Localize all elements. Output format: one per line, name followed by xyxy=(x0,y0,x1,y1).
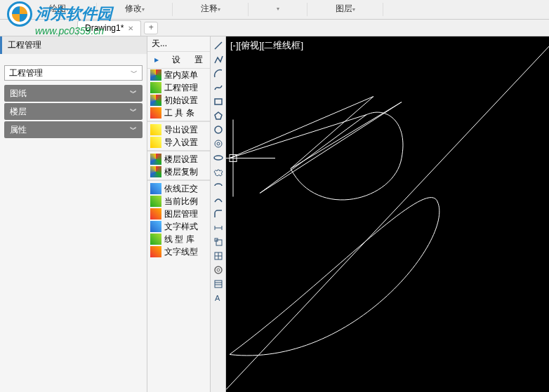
palette-item[interactable]: 楼层复制 xyxy=(147,165,210,178)
palette-item-label: 导入设置 xyxy=(164,137,198,149)
palette-item[interactable]: 图层管理 xyxy=(147,208,210,220)
palette-item-icon xyxy=(150,234,161,245)
tool-dim-icon[interactable] xyxy=(212,222,225,234)
palette-item[interactable]: 线 型 库 xyxy=(147,233,210,245)
palette-item-icon xyxy=(150,154,161,165)
tool-earc-icon[interactable] xyxy=(212,180,225,192)
tool-rect-icon[interactable] xyxy=(212,95,225,108)
svg-text:A: A xyxy=(215,294,220,302)
palette-item-icon xyxy=(150,69,161,81)
tool-cam-icon[interactable] xyxy=(212,264,225,276)
tool-table-icon[interactable] xyxy=(212,278,225,290)
svg-point-5 xyxy=(217,142,220,145)
tool-scale-icon[interactable] xyxy=(212,236,225,248)
document-tab-label: Drawing1* xyxy=(85,23,124,33)
palette-item[interactable]: 当前比例 xyxy=(147,195,210,208)
svg-rect-17 xyxy=(215,281,222,288)
palette-item-icon xyxy=(150,107,161,119)
palette-btn-align[interactable]: 置 xyxy=(194,54,203,66)
palette-item-label: 楼层设置 xyxy=(164,154,198,165)
tool-donut-icon[interactable] xyxy=(212,137,225,150)
svg-rect-11 xyxy=(216,240,222,245)
palette-item[interactable]: 文字线型 xyxy=(147,245,210,258)
tool-pline-icon[interactable] xyxy=(212,53,225,66)
svg-line-21 xyxy=(226,39,549,390)
palette-item-icon xyxy=(150,166,161,177)
tool-circle-icon[interactable] xyxy=(212,123,225,136)
close-icon[interactable]: ✕ xyxy=(128,25,133,32)
palette-item-label: 工 具 条 xyxy=(164,107,194,119)
palette-item-label: 文字样式 xyxy=(164,221,198,233)
drawing-canvas[interactable]: [-][俯视][二维线框] xyxy=(226,36,549,392)
ribbon-tab-blank[interactable]: ▾ xyxy=(249,0,307,19)
tool-arc-icon[interactable] xyxy=(212,67,225,80)
ribbon-tab-draw[interactable]: 绘图▾ xyxy=(0,0,97,19)
tool-fillet-icon[interactable] xyxy=(212,208,225,220)
collapse-floors[interactable]: 楼层 ︾ xyxy=(4,103,143,120)
tool-cloud-icon[interactable] xyxy=(212,165,225,178)
palette-item-icon xyxy=(150,137,161,148)
project-panel: 工程管理 工程管理 ﹀ 图纸 ︾ 楼层 ︾ 属性 ︾ xyxy=(0,36,147,392)
tool-grid-icon[interactable] xyxy=(212,250,225,262)
palette-item-label: 文字线型 xyxy=(164,246,198,258)
palette-item-label: 初始设置 xyxy=(164,95,198,107)
ribbon-bar: 绘图▾ 修改▾ 注释▾ ▾ 图层▾ xyxy=(0,0,549,20)
palette-item-label: 线 型 库 xyxy=(164,234,194,245)
svg-line-0 xyxy=(215,42,222,49)
tool-ellipse-icon[interactable] xyxy=(212,151,225,164)
tool-spline-icon[interactable] xyxy=(212,81,225,94)
tool-poly-icon[interactable] xyxy=(212,109,225,122)
collapse-props[interactable]: 属性 ︾ xyxy=(4,121,143,138)
palette-item[interactable]: 室内菜单 xyxy=(147,69,210,81)
tool-text-icon[interactable]: A xyxy=(212,292,225,304)
palette-item[interactable]: 工 具 条 xyxy=(147,107,210,119)
palette-item[interactable]: 导入设置 xyxy=(147,136,210,149)
ribbon-tab-modify[interactable]: 修改▾ xyxy=(97,0,173,19)
palette-item-label: 室内菜单 xyxy=(164,69,198,81)
svg-point-15 xyxy=(215,266,222,273)
palette-item-label: 当前比例 xyxy=(164,196,198,208)
palette-item-label: 工程管理 xyxy=(164,82,198,94)
chevron-icon: ︾ xyxy=(130,107,137,116)
palette-item-icon xyxy=(150,82,161,93)
triangle-icon[interactable]: ▶ xyxy=(154,57,159,63)
palette-item-icon xyxy=(150,208,161,219)
tool-line-icon[interactable] xyxy=(212,39,225,52)
palette-item-icon xyxy=(150,221,161,232)
palette-item[interactable]: 工程管理 xyxy=(147,81,210,94)
chevron-down-icon: ﹀ xyxy=(131,68,138,78)
palette-item[interactable]: 依线正交 xyxy=(147,182,210,195)
document-tab-strip: Drawing1* ✕ + xyxy=(0,20,549,36)
draw-tool-strip: A xyxy=(211,36,226,392)
tool-sweep-icon[interactable] xyxy=(212,194,225,206)
palette-item[interactable]: 初始设置 xyxy=(147,94,210,107)
crosshair-cursor xyxy=(226,120,275,197)
palette-item[interactable]: 文字样式 xyxy=(147,220,210,233)
chevron-icon: ︾ xyxy=(130,88,137,98)
document-tab[interactable]: Drawing1* ✕ xyxy=(77,20,141,36)
collapse-drawings[interactable]: 图纸 ︾ xyxy=(4,85,143,102)
svg-point-3 xyxy=(215,126,222,133)
view-label: [-][俯视][二维线框] xyxy=(230,39,303,52)
palette-item-icon xyxy=(150,196,161,207)
canvas-svg xyxy=(226,36,549,392)
command-palette: 天... ▶ 设 置 室内菜单工程管理初始设置工 具 条导出设置导入设置楼层设置… xyxy=(147,36,211,392)
palette-item-label: 图层管理 xyxy=(164,208,198,220)
separator xyxy=(147,150,210,151)
project-dropdown[interactable]: 工程管理 ﹀ xyxy=(4,65,143,81)
palette-item-icon xyxy=(150,183,161,194)
separator xyxy=(147,121,210,122)
palette-header: 天... xyxy=(147,36,210,52)
ribbon-tab-layer[interactable]: 图层▾ xyxy=(307,0,383,19)
svg-marker-2 xyxy=(215,112,222,119)
palette-item[interactable]: 楼层设置 xyxy=(147,153,210,165)
ribbon-tab-annotate[interactable]: 注释▾ xyxy=(173,0,249,19)
svg-point-4 xyxy=(215,140,222,147)
palette-btn-set[interactable]: 设 xyxy=(172,54,180,66)
palette-item-label: 导出设置 xyxy=(164,124,198,136)
palette-item-icon xyxy=(150,124,161,135)
new-tab-button[interactable]: + xyxy=(144,22,158,34)
svg-point-16 xyxy=(217,269,220,271)
separator xyxy=(147,180,210,181)
palette-item[interactable]: 导出设置 xyxy=(147,123,210,136)
